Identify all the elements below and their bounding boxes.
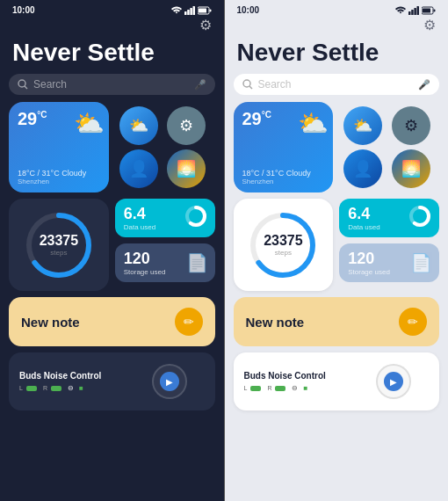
buds-right-battery-left bbox=[51, 386, 61, 391]
apps-widget-left: ⛅ ⚙ 👤 🌅 bbox=[115, 102, 215, 192]
app-gallery-icon-right[interactable]: 🌅 bbox=[392, 149, 430, 188]
app-user-icon-right[interactable]: 👤 bbox=[343, 149, 382, 188]
battery-icon-right bbox=[422, 6, 436, 15]
weather-widget-right[interactable]: 29°C ⛅ 18°C / 31°C Cloudy Shenzhen bbox=[234, 102, 334, 192]
app-title-right: Never Settle bbox=[225, 37, 449, 74]
storage-widget-right[interactable]: 120 Storage used 📄 bbox=[339, 243, 439, 282]
note-widget-left[interactable]: New note ✏ bbox=[9, 297, 215, 346]
app-settings-icon-left[interactable]: ⚙ bbox=[167, 106, 206, 145]
left-phone: 10:00 ⚙ Never bbox=[0, 0, 224, 501]
data-ring-right bbox=[408, 204, 432, 232]
buds-play-button-left[interactable]: ▶ bbox=[160, 372, 179, 391]
storage-icon-right: 📄 bbox=[410, 252, 432, 273]
weather-details-right: 18°C / 31°C Cloudy bbox=[242, 169, 325, 178]
app-weather-icon-left[interactable]: ⛅ bbox=[119, 106, 158, 145]
mic-icon-left[interactable]: 🎤 bbox=[194, 79, 206, 91]
buds-title-left: Buds Noise Control bbox=[19, 371, 101, 381]
mic-icon-right[interactable]: 🎤 bbox=[418, 79, 430, 91]
svg-rect-18 bbox=[423, 8, 430, 12]
note-edit-button-right[interactable]: ✏ bbox=[399, 308, 427, 336]
note-text-left: New note bbox=[21, 315, 80, 330]
status-icons-right bbox=[395, 6, 436, 15]
weather-temp-left: 29°C bbox=[18, 109, 47, 128]
search-placeholder-right: Search bbox=[258, 78, 414, 91]
bottom-widgets-left: 23375 steps 6.4 Data used 120 Storage u bbox=[0, 199, 224, 291]
steps-ring-left: 23375 steps bbox=[24, 210, 94, 280]
svg-rect-3 bbox=[192, 6, 195, 15]
battery-icon-left bbox=[198, 6, 212, 15]
svg-rect-1 bbox=[187, 10, 190, 15]
steps-label-left: steps bbox=[40, 249, 79, 257]
storage-widget-left[interactable]: 120 Storage used 📄 bbox=[115, 243, 215, 282]
steps-widget-right[interactable]: 23375 steps bbox=[234, 199, 334, 291]
buds-indicators-left: L R ⊖ ■ bbox=[19, 384, 101, 392]
buds-right-label-right: R bbox=[267, 385, 271, 391]
app-gallery-icon-left[interactable]: 🌅 bbox=[167, 149, 206, 188]
signal-icon-left bbox=[184, 6, 195, 15]
gear-row-right: ⚙ bbox=[225, 17, 449, 37]
buds-widget-left[interactable]: Buds Noise Control L R ⊖ ■ ▶ bbox=[9, 352, 215, 410]
buds-visual-right: ▶ bbox=[358, 359, 429, 403]
gear-icon-left[interactable]: ⚙ bbox=[199, 17, 212, 33]
buds-info-right: Buds Noise Control L R ⊖ ■ bbox=[244, 371, 326, 392]
note-edit-button-left[interactable]: ✏ bbox=[175, 308, 203, 336]
buds-info-left: Buds Noise Control L R ⊖ ■ bbox=[19, 371, 101, 392]
status-icons-left bbox=[171, 6, 212, 15]
apps-widget-right: ⛅ ⚙ 👤 🌅 bbox=[339, 102, 439, 192]
weather-temp-right: 29°C bbox=[242, 109, 271, 128]
status-bar-left: 10:00 bbox=[0, 0, 224, 17]
search-bar-left[interactable]: Search 🎤 bbox=[9, 74, 215, 95]
wifi-icon-left bbox=[171, 6, 182, 15]
gear-icon-right[interactable]: ⚙ bbox=[423, 17, 436, 33]
buds-left-label-left: L bbox=[19, 385, 23, 391]
note-text-right: New note bbox=[246, 315, 305, 330]
signal-icon-right bbox=[408, 6, 419, 15]
right-col-right: 6.4 Data used 120 Storage used 📄 bbox=[339, 199, 439, 291]
right-col-left: 6.4 Data used 120 Storage used 📄 bbox=[115, 199, 215, 291]
svg-rect-5 bbox=[199, 8, 206, 12]
svg-line-21 bbox=[249, 86, 252, 89]
svg-rect-13 bbox=[408, 11, 411, 15]
search-placeholder-left: Search bbox=[33, 78, 189, 91]
svg-rect-16 bbox=[417, 6, 420, 15]
time-left: 10:00 bbox=[12, 5, 35, 15]
weather-location-left: Shenzhen bbox=[18, 178, 100, 185]
top-widgets-left: 29°C ⛅ 18°C / 31°C Cloudy Shenzhen ⛅ ⚙ 👤… bbox=[0, 102, 224, 192]
weather-cloud-icon-right: ⛅ bbox=[298, 109, 329, 138]
svg-point-20 bbox=[243, 80, 250, 87]
right-phone: 10:00 ⚙ Never Settle bbox=[225, 0, 449, 501]
svg-rect-14 bbox=[411, 10, 414, 15]
data-widget-right[interactable]: 6.4 Data used bbox=[339, 199, 439, 237]
svg-rect-15 bbox=[414, 8, 416, 15]
steps-widget-left[interactable]: 23375 steps bbox=[9, 199, 109, 291]
search-icon-left bbox=[18, 79, 28, 90]
app-weather-icon-right[interactable]: ⛅ bbox=[343, 106, 382, 145]
buds-visual-left: ▶ bbox=[134, 359, 205, 403]
buds-right-label-left: R bbox=[43, 385, 47, 391]
weather-widget-left[interactable]: 29°C ⛅ 18°C / 31°C Cloudy Shenzhen bbox=[9, 102, 109, 192]
buds-circle-left: ▶ bbox=[152, 364, 187, 399]
time-right: 10:00 bbox=[237, 5, 260, 15]
steps-label-right: steps bbox=[264, 249, 303, 257]
gear-row-left: ⚙ bbox=[0, 17, 224, 37]
buds-right-battery-right bbox=[275, 386, 285, 391]
app-user-icon-left[interactable]: 👤 bbox=[119, 149, 158, 188]
app-settings-icon-right[interactable]: ⚙ bbox=[392, 106, 430, 145]
bottom-widgets-right: 23375 steps 6.4 Data used 120 Storage us… bbox=[225, 199, 449, 291]
buds-left-battery-left bbox=[26, 386, 37, 391]
search-icon-right bbox=[242, 79, 253, 90]
steps-ring-svg-right bbox=[248, 210, 318, 280]
weather-location-right: Shenzhen bbox=[242, 178, 325, 185]
buds-widget-right[interactable]: Buds Noise Control L R ⊖ ■ ▶ bbox=[234, 352, 440, 410]
data-ring-left bbox=[184, 204, 208, 232]
data-widget-left[interactable]: 6.4 Data used bbox=[115, 199, 215, 237]
buds-circle-right: ▶ bbox=[376, 364, 411, 399]
note-widget-right[interactable]: New note ✏ bbox=[234, 297, 440, 346]
steps-ring-right: 23375 steps bbox=[248, 210, 318, 280]
svg-point-7 bbox=[18, 80, 25, 87]
steps-ring-svg-left bbox=[24, 210, 94, 280]
buds-play-button-right[interactable]: ▶ bbox=[384, 372, 403, 391]
svg-rect-19 bbox=[434, 9, 436, 11]
search-bar-right[interactable]: Search 🎤 bbox=[234, 74, 440, 95]
wifi-icon-right bbox=[395, 6, 406, 15]
